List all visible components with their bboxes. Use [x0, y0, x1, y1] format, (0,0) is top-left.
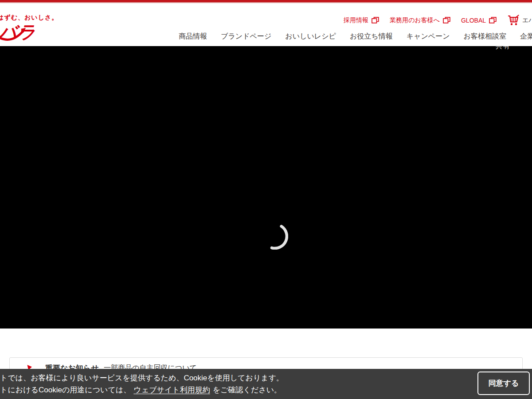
terms-of-use-link[interactable]: ウェブサイト利用規約 — [133, 386, 210, 394]
cookie-consent-text: トでは、お客様により良いサービスを提供するため、Cookieを使用しております。… — [0, 372, 284, 396]
top-accent-bar — [0, 0, 532, 3]
cart-link-label: エバラ通販 — [522, 16, 532, 24]
utility-link-recruit[interactable]: 採用情報 — [344, 16, 379, 24]
nav-item-brands[interactable]: ブランドページ — [221, 32, 271, 41]
cart-link[interactable]: エバラ通販 — [507, 15, 532, 26]
external-link-icon — [372, 17, 379, 23]
nav-item-recipes[interactable]: おいしいレシピ — [285, 32, 336, 41]
cookie-agree-button[interactable]: 同意する — [477, 372, 530, 395]
cookie-line2-after: をご確認ください。 — [213, 386, 282, 394]
utility-link-label: 採用情報 — [344, 16, 368, 24]
loading-spinner-icon — [262, 223, 288, 250]
cookie-consent-bar: トでは、お客様により良いサービスを提供するため、Cookieを使用しております。… — [0, 369, 532, 399]
video-share-button[interactable]: 共有 — [496, 46, 511, 51]
nav-item-tips[interactable]: お役立ち情報 — [350, 32, 393, 41]
utility-link-business[interactable]: 業務用のお客様へ — [390, 16, 450, 24]
main-nav: 商品情報 ブランドページ おいしいレシピ お役立ち情報 キャンペーン お客様相談… — [179, 32, 532, 41]
cookie-text-line2: トにおけるCookieの用途については、ウェブサイト利用規約をご確認ください。 — [0, 384, 284, 396]
site-header: はずむ、おいしさ。 エバラ 採用情報 業務用のお客様へ GLOBAL — [0, 4, 532, 46]
nav-item-support[interactable]: お客様相談室 — [464, 32, 506, 41]
external-link-icon — [443, 17, 450, 23]
utility-link-global[interactable]: GLOBAL — [461, 17, 497, 24]
utility-link-label: GLOBAL — [461, 17, 486, 24]
utility-link-label: 業務用のお客様へ — [390, 16, 440, 24]
hero-video-player[interactable]: 共有 この動画のレシピ — [0, 46, 532, 329]
nav-item-campaign[interactable]: キャンペーン — [407, 32, 450, 41]
utility-nav: 採用情報 業務用のお客様へ GLOBAL — [344, 15, 532, 26]
nav-item-products[interactable]: 商品情報 — [179, 32, 207, 41]
cart-icon — [507, 15, 519, 26]
cookie-line2-before: トにおけるCookieの用途については、 — [0, 386, 131, 394]
external-link-icon — [489, 17, 497, 23]
nav-item-corporate[interactable]: 企業情報 — [520, 32, 532, 41]
cookie-text-line1: トでは、お客様により良いサービスを提供するため、Cookieを使用しております。 — [0, 372, 284, 384]
logo-swoosh — [0, 27, 31, 45]
